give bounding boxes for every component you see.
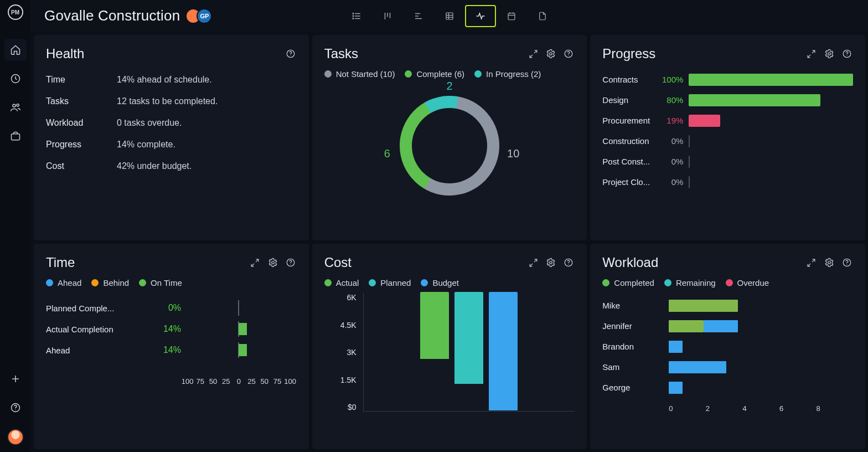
progress-label: Procurement [602, 116, 653, 125]
gear-icon[interactable] [823, 48, 835, 60]
axis-tick: 0 [232, 377, 245, 386]
legend-label: Ahead [58, 278, 81, 287]
svg-line-44 [530, 263, 533, 266]
left-rail: PM [0, 0, 31, 452]
legend-dot-icon [91, 279, 99, 286]
help-icon[interactable] [285, 48, 297, 60]
health-value: 14% complete. [117, 140, 175, 150]
health-row: Tasks12 tasks to be completed. [46, 91, 297, 112]
nav-recent-icon[interactable] [4, 68, 27, 90]
progress-row: Procurement19% [602, 110, 853, 131]
svg-point-42 [290, 264, 291, 265]
tasks-donut-chart: 2 6 10 [324, 82, 575, 209]
legend-item: Overdue [726, 278, 769, 287]
nav-add-icon[interactable] [4, 368, 27, 390]
axis-tick: 6K [347, 293, 356, 302]
workload-row: Mike [602, 295, 853, 316]
axis-tick: 50 [206, 377, 219, 386]
expand-icon[interactable] [805, 48, 818, 60]
legend-dot-icon [421, 279, 428, 286]
progress-row: Construction0% [602, 131, 853, 151]
project-members[interactable]: GP [190, 8, 212, 24]
axis-tick: $0 [348, 403, 356, 412]
view-tab-gantt[interactable] [403, 5, 434, 27]
time-row: Planned Comple...0% [46, 297, 297, 319]
member-avatar[interactable]: GP [197, 8, 212, 24]
help-icon[interactable] [841, 256, 853, 269]
svg-point-50 [828, 261, 831, 264]
gear-icon[interactable] [267, 256, 279, 269]
app-logo[interactable]: PM [8, 4, 23, 20]
expand-icon[interactable] [527, 48, 539, 60]
tasks-value-notstarted: 10 [507, 147, 519, 160]
help-icon[interactable] [841, 48, 853, 60]
progress-label: Project Clo... [602, 177, 653, 187]
health-key: Workload [46, 118, 117, 128]
legend-item: Budget [421, 278, 459, 287]
nav-team-icon[interactable] [4, 96, 27, 119]
legend-label: Budget [432, 278, 459, 287]
nav-help-icon[interactable] [4, 397, 27, 419]
health-key: Progress [46, 140, 117, 150]
progress-percent: 80% [659, 95, 683, 105]
svg-point-27 [290, 55, 291, 56]
svg-point-30 [550, 53, 552, 55]
workload-row: Sam [602, 357, 853, 377]
progress-bar [689, 156, 853, 168]
svg-point-5 [15, 410, 16, 410]
gear-icon[interactable] [823, 256, 835, 269]
expand-icon[interactable] [249, 256, 261, 269]
view-tab-board[interactable] [372, 5, 403, 27]
help-icon[interactable] [562, 256, 575, 269]
legend-label: Remaining [676, 278, 716, 287]
user-avatar[interactable] [7, 429, 24, 445]
view-tab-calendar[interactable] [496, 5, 527, 27]
svg-point-37 [846, 55, 847, 56]
workload-bar [669, 320, 853, 332]
view-tab-file[interactable] [527, 5, 558, 27]
svg-line-49 [808, 263, 811, 266]
panel-title: Time [46, 255, 75, 270]
legend-dot-icon [46, 279, 53, 286]
progress-row: Contracts100% [602, 69, 853, 90]
help-icon[interactable] [285, 256, 297, 269]
svg-line-28 [534, 50, 537, 53]
gear-icon[interactable] [545, 256, 557, 269]
expand-icon[interactable] [805, 256, 818, 269]
gear-icon[interactable] [545, 48, 557, 60]
progress-bar [689, 135, 853, 147]
time-percent: 14% [150, 345, 181, 355]
nav-home-icon[interactable] [4, 39, 27, 61]
axis-tick: 4 [742, 404, 779, 413]
health-row: Workload0 tasks overdue. [46, 112, 297, 134]
project-title: Govalle Construction [44, 7, 180, 24]
legend-label: Not Started (10) [336, 69, 395, 79]
axis-tick: 100 [181, 377, 194, 386]
legend-dot-icon [602, 279, 609, 286]
svg-point-40 [271, 261, 274, 264]
axis-tick: 8 [816, 404, 853, 413]
health-value: 0 tasks overdue. [117, 118, 182, 128]
health-key: Cost [46, 161, 117, 171]
progress-bar [689, 176, 853, 188]
nav-portfolio-icon[interactable] [4, 125, 27, 147]
dashboard-grid: Health Time14% ahead of schedule.Tasks12… [31, 32, 868, 452]
view-tab-list[interactable] [341, 5, 372, 27]
expand-icon[interactable] [527, 256, 539, 269]
panel-time: Time AheadBehindOn Time Planned Comple..… [33, 243, 309, 450]
workload-label: Jennifer [602, 321, 669, 331]
legend-item: Remaining [664, 278, 716, 287]
svg-rect-3 [11, 134, 19, 140]
progress-row: Design80% [602, 90, 853, 110]
svg-point-35 [828, 53, 831, 55]
panel-title: Progress [602, 46, 655, 61]
time-bar [181, 344, 297, 356]
help-icon[interactable] [562, 48, 575, 60]
workload-label: Brandon [602, 342, 669, 351]
view-tab-activity[interactable] [465, 5, 496, 27]
legend-item: Ahead [46, 278, 81, 287]
axis-tick: 50 [258, 377, 271, 386]
health-key: Tasks [46, 96, 117, 106]
view-tab-sheet[interactable] [434, 5, 465, 27]
svg-point-1 [13, 104, 16, 107]
